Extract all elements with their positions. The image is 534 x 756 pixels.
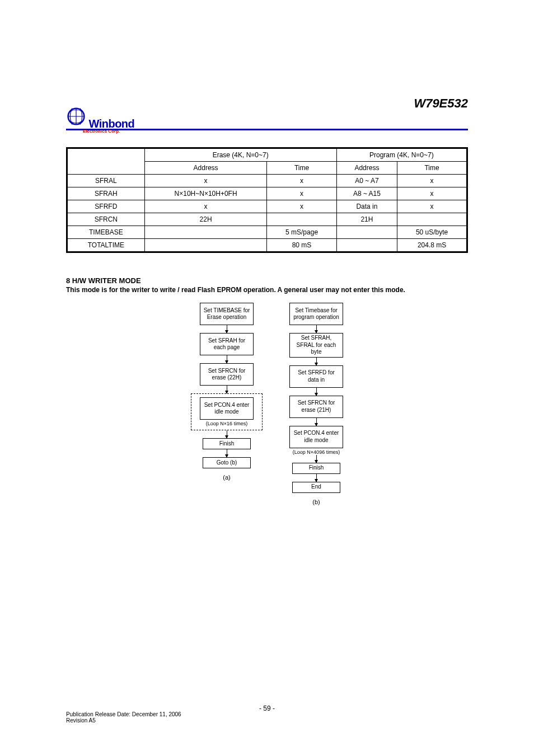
- table-row: SFRAH N×10H~N×10H+0FH x A8 ~ A15 x: [67, 187, 467, 200]
- flow-b-step2: Set SFRAH, SFRAL for each byte: [289, 333, 343, 358]
- table-row: SFRCN 22H 21H: [67, 213, 467, 226]
- flow-a-caption: (a): [191, 474, 263, 481]
- arrow-down-icon: [227, 430, 227, 438]
- flow-a-loop: Set PCON.4 enter idle mode (Loop N×16 ti…: [191, 393, 263, 430]
- arrow-down-icon: [316, 388, 317, 396]
- flow-b-step1: Set Timebase for program operation: [289, 303, 343, 325]
- flowcharts: Set TIMEBASE for Erase operation Set SFR…: [66, 303, 468, 505]
- revision: Revision A5: [66, 717, 181, 724]
- flow-b-step3: Set SFRFD for data in: [289, 365, 343, 388]
- brand-logo: Winbond Electronics Corp.: [66, 106, 134, 134]
- flow-a-finish: Finish: [203, 438, 251, 449]
- flow-a-step1: Set TIMEBASE for Erase operation: [200, 303, 254, 325]
- arrow-down-icon: [316, 418, 317, 426]
- table-row: SFRAL x x A0 ~ A7 x: [67, 175, 467, 187]
- brand-name: Winbond: [88, 118, 134, 130]
- flow-b-loop-note: (Loop N×4096 times): [289, 449, 343, 455]
- flow-b-step5: Set PCON.4 enter idle mode: [289, 426, 343, 448]
- arrow-down-icon: [227, 386, 227, 393]
- th-erase-addr: Address: [144, 162, 267, 175]
- flow-a-step3: Set SFRCN for erase (22H): [200, 363, 254, 386]
- flow-a-step4: Set PCON.4 enter idle mode: [200, 397, 254, 420]
- table-row: TOTALTIME 80 mS 204.8 mS: [67, 239, 467, 252]
- flow-b-step4: Set SFRCN for erase (21H): [289, 396, 343, 418]
- arrow-down-icon: [316, 455, 317, 463]
- arrow-down-icon: [316, 325, 317, 333]
- flow-a-goto: Goto (b): [203, 457, 251, 468]
- arrow-down-icon: [227, 355, 227, 363]
- arrow-down-icon: [316, 474, 317, 482]
- th-erase-time: Time: [267, 162, 336, 175]
- th-prog-addr: Address: [336, 162, 397, 175]
- arrow-down-icon: [316, 358, 317, 365]
- arrow-down-icon: [227, 325, 227, 333]
- part-number: W79E532: [414, 96, 468, 111]
- flow-a-loop-note: (Loop N×16 times): [191, 421, 262, 426]
- flowchart-a: Set TIMEBASE for Erase operation Set SFR…: [191, 303, 263, 505]
- erase-program-table: Erase (4K, N=0~7) Program (4K, N=0~7) Ad…: [66, 147, 468, 253]
- globe-icon: [66, 106, 86, 126]
- arrow-down-icon: [227, 449, 227, 457]
- doc-header: Winbond Electronics Corp. W79E532: [66, 106, 468, 128]
- th-program: Program (4K, N=0~7): [336, 148, 467, 162]
- th-prog-time: Time: [397, 162, 467, 175]
- flow-b-caption: (b): [289, 499, 343, 505]
- flowchart-b: Set Timebase for program operation Set S…: [289, 303, 343, 505]
- th-erase: Erase (4K, N=0~7): [144, 148, 336, 162]
- section-heading: 8 H/W WRITER MODE: [66, 276, 468, 285]
- publication-date: Publication Release Date: December 11, 2…: [66, 711, 181, 717]
- section-text: This mode is for the writer to write / r…: [66, 286, 468, 294]
- flow-a-step2: Set SFRAH for each page: [200, 333, 254, 355]
- footer-lines: Publication Release Date: December 11, 2…: [66, 711, 181, 724]
- th-blank: [67, 148, 145, 175]
- flow-b-finish: Finish: [292, 463, 340, 474]
- table-row: TIMEBASE 5 mS/page 50 uS/byte: [67, 226, 467, 239]
- table-row: SFRFD x x Data in x: [67, 200, 467, 213]
- flow-b-end: End: [292, 482, 340, 493]
